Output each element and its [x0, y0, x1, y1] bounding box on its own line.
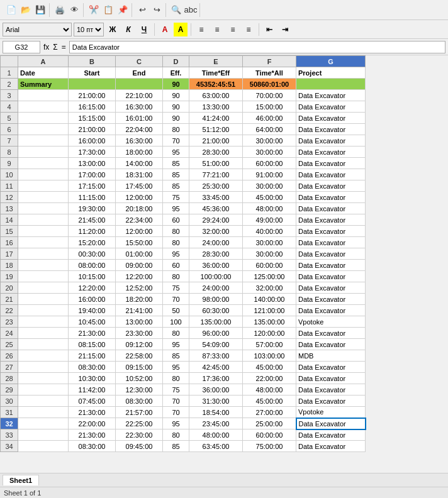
cell-33-col0[interactable]: [18, 429, 69, 441]
cell-21-col0[interactable]: [18, 294, 69, 305]
col-header-C[interactable]: C: [116, 56, 163, 67]
cell-16-col5[interactable]: 30:00:00: [243, 237, 296, 248]
cell-3-col0[interactable]: [18, 90, 69, 101]
cell-16-col4[interactable]: 24:00:00: [189, 237, 243, 248]
sum-icon[interactable]: Σ: [52, 43, 59, 52]
cell-12-col2[interactable]: 12:00:00: [116, 192, 163, 203]
copy-button[interactable]: 📋: [101, 3, 115, 17]
cell-22-col0[interactable]: [18, 305, 69, 316]
cell-21-col6[interactable]: Data Excavator: [296, 294, 366, 305]
cell-3-col4[interactable]: 63:00:00: [189, 90, 243, 101]
cell-20-col3[interactable]: 75: [163, 282, 189, 294]
cell-29-col4[interactable]: 36:00:00: [189, 384, 243, 396]
cell-25-col6[interactable]: Data Excavator: [296, 339, 366, 350]
cell-17-col3[interactable]: 95: [163, 248, 189, 260]
font-size-select[interactable]: 10 пт: [74, 23, 104, 36]
cell-7-col3[interactable]: 70: [163, 135, 189, 147]
cell-29-col3[interactable]: 75: [163, 384, 189, 396]
cell-26-col3[interactable]: 85: [163, 350, 189, 362]
cell-17-col1[interactable]: 00:30:00: [69, 248, 116, 260]
cell-6-col5[interactable]: 64:00:00: [243, 124, 296, 135]
cell-6-col2[interactable]: 22:04:00: [116, 124, 163, 135]
col-header-D[interactable]: D: [163, 56, 189, 67]
cell-31-col3[interactable]: 70: [163, 407, 189, 418]
cell-14-col3[interactable]: 60: [163, 214, 189, 226]
cell-22-col3[interactable]: 50: [163, 305, 189, 316]
indent-left-button[interactable]: ⇤: [262, 23, 276, 36]
col-header-B[interactable]: B: [69, 56, 116, 67]
cell-18-col3[interactable]: 60: [163, 260, 189, 271]
cell-3-col3[interactable]: 90: [163, 90, 189, 101]
cell-17-col0[interactable]: [18, 248, 69, 260]
cell-32-col0[interactable]: [18, 418, 69, 429]
cell-31-col6[interactable]: Vpotoke: [296, 407, 366, 418]
cell-33-col2[interactable]: 22:30:00: [116, 429, 163, 441]
cell-4-col3[interactable]: 90: [163, 101, 189, 113]
cell-31-col5[interactable]: 27:00:00: [243, 407, 296, 418]
cell-34-col5[interactable]: 75:00:00: [243, 441, 296, 452]
cell-33-col5[interactable]: 60:00:00: [243, 429, 296, 441]
cell-10-col4[interactable]: 77:21:00: [189, 169, 243, 180]
cell-30-col1[interactable]: 07:45:00: [69, 396, 116, 407]
cell-26-col1[interactable]: 21:15:00: [69, 350, 116, 362]
cell-13-col0[interactable]: [18, 203, 69, 214]
cell-4-col6[interactable]: Data Excavator: [296, 101, 366, 113]
cell-27-col5[interactable]: 45:00:00: [243, 362, 296, 373]
cell-27-col2[interactable]: 09:15:00: [116, 362, 163, 373]
summary-end[interactable]: [116, 79, 163, 90]
cell-34-col3[interactable]: 85: [163, 441, 189, 452]
cell-19-col6[interactable]: Data Excavator: [296, 271, 366, 282]
paste-button[interactable]: 📌: [116, 3, 130, 17]
cell-11-col6[interactable]: Data Excavator: [296, 180, 366, 192]
cell-28-col5[interactable]: 22:00:00: [243, 373, 296, 384]
cell-25-col4[interactable]: 54:09:00: [189, 339, 243, 350]
summary-eff[interactable]: 90: [163, 79, 189, 90]
summary-label[interactable]: Summary: [18, 79, 69, 90]
cell-16-col1[interactable]: 15:20:00: [69, 237, 116, 248]
cell-18-col4[interactable]: 36:00:00: [189, 260, 243, 271]
bold-button[interactable]: Ж: [106, 23, 120, 36]
cut-button[interactable]: ✂️: [87, 3, 101, 17]
sheet-tab-1[interactable]: Sheet1: [3, 475, 39, 485]
cell-32-col4[interactable]: 23:45:00: [189, 418, 243, 429]
cell-30-col0[interactable]: [18, 396, 69, 407]
cell-3-col2[interactable]: 22:10:00: [116, 90, 163, 101]
cell-23-col6[interactable]: Vpotoke: [296, 316, 366, 328]
cell-17-col6[interactable]: Data Excavator: [296, 248, 366, 260]
cell-26-col4[interactable]: 87:33:00: [189, 350, 243, 362]
cell-5-col1[interactable]: 15:15:00: [69, 113, 116, 124]
cell-34-col4[interactable]: 63:45:00: [189, 441, 243, 452]
cell-15-col2[interactable]: 12:00:00: [116, 226, 163, 237]
cell-14-col5[interactable]: 49:00:00: [243, 214, 296, 226]
cell-12-col5[interactable]: 45:00:00: [243, 192, 296, 203]
cell-4-col4[interactable]: 13:30:00: [189, 101, 243, 113]
indent-right-button[interactable]: ⇥: [278, 23, 292, 36]
cell-6-col3[interactable]: 80: [163, 124, 189, 135]
cell-19-col5[interactable]: 125:00:00: [243, 271, 296, 282]
cell-21-col4[interactable]: 98:00:00: [189, 294, 243, 305]
print-button[interactable]: 🖨️: [53, 3, 67, 17]
cell-10-col0[interactable]: [18, 169, 69, 180]
cell-18-col0[interactable]: [18, 260, 69, 271]
cell-23-col3[interactable]: 100: [163, 316, 189, 328]
cell-24-col6[interactable]: Data Excavator: [296, 328, 366, 339]
cell-7-col2[interactable]: 16:30:00: [116, 135, 163, 147]
cell-7-col5[interactable]: 30:00:00: [243, 135, 296, 147]
cell-24-col0[interactable]: [18, 328, 69, 339]
cell-34-col0[interactable]: [18, 441, 69, 452]
cell-24-col4[interactable]: 96:00:00: [189, 328, 243, 339]
cell-25-col3[interactable]: 95: [163, 339, 189, 350]
cell-9-col4[interactable]: 51:00:00: [189, 158, 243, 169]
cell-10-col5[interactable]: 91:00:00: [243, 169, 296, 180]
cell-32-col1[interactable]: 22:00:00: [69, 418, 116, 429]
cell-28-col2[interactable]: 10:52:00: [116, 373, 163, 384]
cell-25-col2[interactable]: 09:12:00: [116, 339, 163, 350]
cell-31-col1[interactable]: 21:30:00: [69, 407, 116, 418]
cell-4-col1[interactable]: 16:15:00: [69, 101, 116, 113]
cell-6-col4[interactable]: 51:12:00: [189, 124, 243, 135]
cell-12-col4[interactable]: 33:45:00: [189, 192, 243, 203]
cell-11-col3[interactable]: 85: [163, 180, 189, 192]
cell-29-col1[interactable]: 11:42:00: [69, 384, 116, 396]
align-right-button[interactable]: ≡: [226, 23, 240, 36]
cell-28-col3[interactable]: 80: [163, 373, 189, 384]
